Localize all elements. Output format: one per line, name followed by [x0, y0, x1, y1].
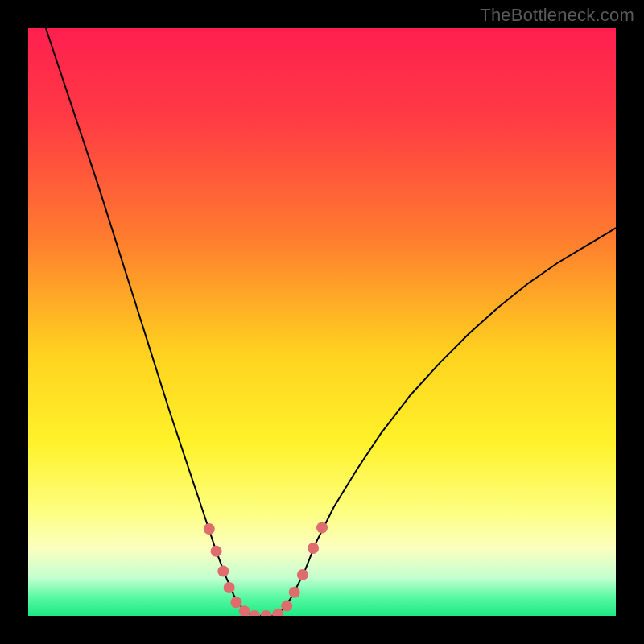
- chart-frame: TheBottleneck.com: [0, 0, 644, 644]
- watermark-text: TheBottleneck.com: [480, 5, 634, 26]
- background-gradient: [28, 28, 616, 616]
- svg-rect-0: [28, 28, 616, 616]
- plot-area: [28, 28, 616, 616]
